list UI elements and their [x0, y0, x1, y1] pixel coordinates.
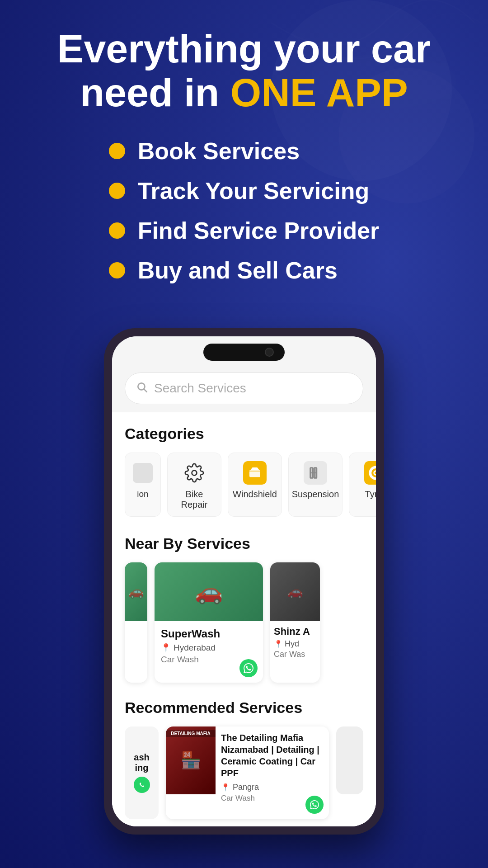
rec-shop-label: DETAILING MAFIA: [166, 730, 216, 737]
feature-item-buy: Buy and Sell Cars: [109, 257, 380, 284]
recommended-section: Recommended Services ashing: [112, 692, 376, 826]
nearby-section: Near By Services 🚗: [112, 526, 376, 692]
category-item-partial[interactable]: ion: [125, 453, 161, 517]
feature-text-find: Find Service Provider: [138, 217, 380, 244]
superwash-location: Hyderabad: [174, 643, 216, 653]
hero-title-line1: Everything your car: [57, 26, 431, 71]
superwash-location-row: 📍 Hyderabad: [161, 643, 257, 653]
whatsapp-partial-icon: [134, 777, 150, 793]
phone-notch: [203, 344, 285, 361]
search-icon: [136, 381, 148, 396]
nearby-card-shinz[interactable]: 🚗 Shinz A 📍 Hyd Car Was: [270, 562, 320, 683]
category-icon-gear: [183, 461, 206, 485]
recommended-cards-scroll: ashing DETAILING MAFIA: [125, 726, 363, 819]
phone-screen: Search Services Categories i: [112, 336, 376, 826]
nearby-title: Near By Services: [125, 535, 363, 552]
feature-text-track: Track Your Servicing: [138, 177, 370, 204]
category-item-bike-repair[interactable]: Bike Repair: [167, 453, 221, 517]
category-icon-suspension: [304, 461, 327, 485]
car-silhouette-icon: 🚗: [195, 579, 223, 605]
rec-card-detailing-image: DETAILING MAFIA 🏪: [166, 726, 216, 794]
shinz-type: Car Was: [274, 650, 316, 659]
rec-card-partial-right: [336, 726, 363, 794]
hero-section: Everything your car need in ONE APP Book…: [30, 27, 458, 297]
categories-section: Categories ion: [112, 412, 376, 526]
rec-detailing-location: Pangra: [233, 783, 259, 792]
category-label-bike-repair: Bike Repair: [174, 489, 215, 510]
search-section: Search Services: [112, 364, 376, 412]
category-icon-partial: [131, 461, 155, 485]
search-bar[interactable]: Search Services: [125, 373, 363, 404]
superwash-name: SuperWash: [161, 627, 257, 640]
feature-text-book: Book Services: [138, 137, 300, 165]
feature-item-book: Book Services: [109, 137, 380, 165]
nearby-card-partial-left[interactable]: 🚗: [125, 562, 147, 683]
svg-point-6: [192, 470, 197, 475]
app-content: Search Services Categories i: [112, 364, 376, 826]
categories-scroll: ion Bike Repair: [125, 453, 363, 517]
category-label-tyres: Tyres: [365, 489, 376, 500]
hero-title-highlight: ONE APP: [230, 70, 408, 115]
category-label-partial: ion: [137, 489, 148, 499]
bullet-dot-track: [109, 183, 125, 199]
phone-mockup: Search Services Categories i: [104, 328, 384, 835]
feature-list: Book Services Track Your Servicing Find …: [109, 137, 380, 297]
search-placeholder: Search Services: [154, 381, 246, 396]
rec-card-detailing-mafia[interactable]: DETAILING MAFIA 🏪 The Detailing Mafia Ni…: [166, 726, 329, 819]
hero-title: Everything your car need in ONE APP: [57, 27, 431, 115]
nearby-cards-scroll: 🚗 🚗 SuperWash: [125, 562, 363, 683]
feature-text-buy: Buy and Sell Cars: [138, 257, 338, 284]
category-item-windshield[interactable]: Windshield: [228, 453, 282, 517]
phone-notch-bar: [112, 336, 376, 364]
category-label-windshield: Windshield: [233, 489, 277, 500]
phone-container: Search Services Categories i: [0, 328, 488, 835]
bullet-dot-buy: [109, 262, 125, 278]
main-content: Everything your car need in ONE APP Book…: [0, 0, 488, 835]
rec-partial-text: ashing: [134, 752, 149, 773]
categories-title: Categories: [125, 425, 363, 443]
category-item-suspension[interactable]: Suspension: [288, 453, 343, 517]
svg-line-5: [144, 389, 147, 392]
category-icon-tyre: [364, 461, 376, 485]
shinz-location: Hyd: [285, 639, 299, 649]
whatsapp-button-detailing[interactable]: [305, 796, 324, 814]
category-icon-windshield: [243, 461, 267, 485]
recommended-title: Recommended Services: [125, 699, 363, 717]
shop-img-icon: 🏪: [181, 751, 201, 770]
bullet-dot-find: [109, 222, 125, 239]
rec-location-pin-icon: 📍: [221, 783, 230, 792]
category-item-tyres[interactable]: Tyres: [349, 453, 376, 517]
feature-item-track: Track Your Servicing: [109, 177, 380, 204]
nearby-card-superwash[interactable]: 🚗 SuperWash 📍 Hyderabad Car Wash: [155, 562, 263, 683]
hero-title-line2: need in: [80, 70, 230, 115]
superwash-image: 🚗: [155, 562, 263, 621]
bullet-dot-book: [109, 143, 125, 159]
category-label-suspension: Suspension: [292, 489, 339, 500]
rec-detailing-location-row: 📍 Pangra: [221, 783, 324, 792]
whatsapp-button-superwash[interactable]: [239, 659, 258, 677]
rec-detailing-name: The Detailing Mafia Nizamabad | Detailin…: [221, 732, 324, 779]
location-pin-icon: 📍: [161, 643, 171, 653]
feature-item-find: Find Service Provider: [109, 217, 380, 244]
rec-card-partial-left[interactable]: ashing: [125, 726, 159, 819]
shinz-name: Shinz A: [274, 626, 316, 637]
